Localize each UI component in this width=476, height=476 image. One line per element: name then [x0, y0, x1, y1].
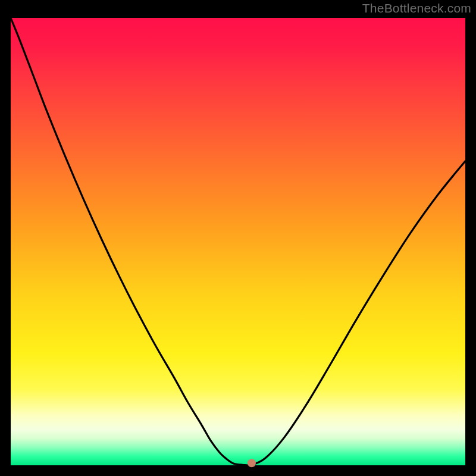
attribution-label: TheBottleneck.com [362, 1, 471, 15]
chart-frame: TheBottleneck.com [0, 0, 476, 476]
curve-path [11, 18, 465, 465]
bottleneck-curve [11, 18, 465, 465]
plot-area [11, 18, 465, 465]
optimum-marker-icon [248, 459, 256, 467]
